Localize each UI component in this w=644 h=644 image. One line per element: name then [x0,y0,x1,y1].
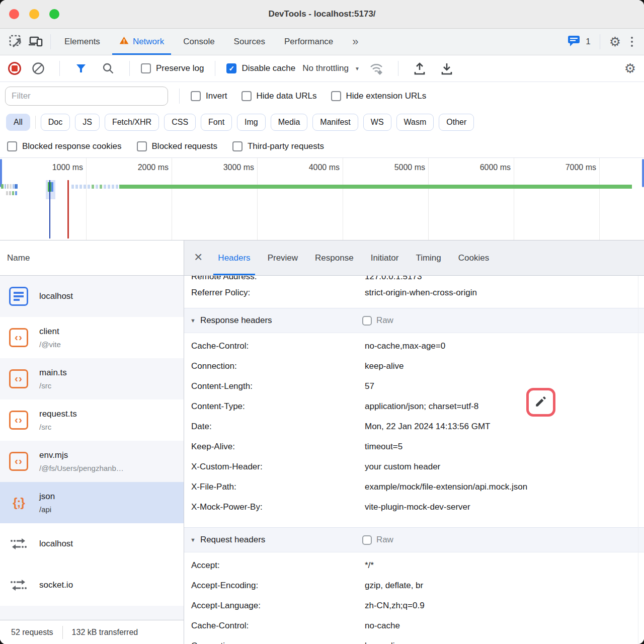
inspect-element-icon[interactable] [6,32,26,52]
dropdown-arrow-icon: ▼ [355,66,360,71]
network-summary-bar: 52 requests 132 kB transferred [0,620,184,644]
overview-bar-segment [100,185,102,189]
request-row-selected[interactable]: {;} json/api [0,482,184,523]
devtools-tab-bar: Elements Network Console Sources Perform… [0,29,644,55]
overflow-menu-icon[interactable] [626,37,638,47]
overview-bar-segment [88,185,90,189]
chip-media[interactable]: Media [271,114,308,131]
tab-timing[interactable]: Timing [407,240,449,275]
network-settings-gear-icon[interactable]: ⚙ [624,62,636,75]
preserve-log-checkbox[interactable]: Preserve log [141,63,204,73]
tab-performance[interactable]: Performance [275,29,343,55]
raw-checkbox[interactable] [362,316,372,326]
checkbox-unchecked[interactable] [141,63,151,73]
tab-elements[interactable]: Elements [55,29,110,55]
header-row: Date:Mon, 22 Jan 2024 14:13:56 GMT [184,417,644,437]
chip-manifest[interactable]: Manifest [312,114,358,131]
overview-left-handle[interactable] [0,159,2,187]
overview-bar-segment [71,185,74,189]
close-panel-icon[interactable]: × [190,249,209,267]
network-conditions-icon[interactable] [367,58,387,78]
checkbox-checked[interactable]: ✓ [226,63,236,73]
request-row[interactable]: socket.io [0,565,184,606]
name-column-header[interactable]: Name [0,240,184,276]
chip-js[interactable]: JS [75,114,100,131]
resource-type-filter-row: All Doc JS Fetch/XHR CSS Font Img Media … [0,110,644,135]
chip-wasm[interactable]: Wasm [396,114,434,131]
tab-network[interactable]: Network [110,29,174,55]
tab-console[interactable]: Console [174,29,224,55]
record-network-log-button[interactable] [8,62,21,75]
transferred-size: 132 kB transferred [72,628,138,637]
request-row[interactable]: localhost [0,276,184,317]
websocket-icon [9,576,28,595]
header-row: X-Mock-Power-By:vite-plugin-mock-dev-ser… [184,497,644,517]
request-row[interactable]: ‹› env.mjs/@fs/Users/pengzhanb… [0,441,184,482]
request-headers-section[interactable]: ▼ Request headers Raw [184,527,644,552]
network-content: Name localhost ‹› client/@vite ‹› main.t… [0,240,644,644]
response-headers-section[interactable]: ▼ Response headers Raw [184,308,644,333]
clear-network-log-icon[interactable] [28,58,48,78]
request-row[interactable]: ‹› main.ts/src [0,358,184,399]
throttling-dropdown[interactable]: No throttling ▼ [302,63,360,73]
issues-icon[interactable] [568,35,581,49]
minimize-window-button[interactable] [29,9,39,19]
filter-input[interactable] [5,87,168,106]
tab-headers[interactable]: Headers [209,240,259,275]
collapse-triangle-icon[interactable]: ▼ [190,317,196,324]
overview-bar-segment [116,185,118,189]
search-icon[interactable] [98,58,118,78]
blocked-requests-checkbox[interactable]: Blocked requests [137,141,217,151]
overview-bar-segment [1,184,4,189]
header-row: Connection:keep-alive [184,636,644,644]
overview-bar-segment [96,185,98,189]
tab-sources[interactable]: Sources [224,29,275,55]
request-row[interactable]: ‹› client/@vite [0,317,184,358]
tab-cookies[interactable]: Cookies [450,240,498,275]
network-toolbar: Preserve log ✓ Disable cache No throttli… [0,55,644,82]
chip-all[interactable]: All [6,114,30,131]
request-row[interactable]: localhost [0,523,184,565]
request-row[interactable]: ‹› request.ts/src [0,399,184,441]
chip-font[interactable]: Font [201,114,232,131]
edit-pencil-icon[interactable] [534,395,547,410]
issues-count[interactable]: 1 [586,37,590,47]
request-count: 52 requests [11,628,53,637]
raw-checkbox[interactable] [362,535,372,545]
tab-preview[interactable]: Preview [259,240,306,275]
overview-bar-segment [51,182,53,192]
import-har-icon[interactable] [410,58,430,78]
tab-response[interactable]: Response [306,240,362,275]
invert-checkbox[interactable]: Invert [191,91,227,101]
chip-fetch-xhr[interactable]: Fetch/XHR [105,114,159,131]
script-icon: ‹› [9,452,28,471]
network-overview[interactable]: 1000 ms 2000 ms 3000 ms 4000 ms 5000 ms … [0,158,644,240]
overview-bar-segment [112,185,114,189]
raw-toggle[interactable]: Raw [362,315,393,326]
zoom-window-button[interactable] [49,9,59,19]
chip-css[interactable]: CSS [164,114,196,131]
disable-cache-checkbox[interactable]: ✓ Disable cache [226,63,295,73]
settings-gear-icon[interactable]: ⚙ [609,35,621,48]
collapse-triangle-icon[interactable]: ▼ [190,537,196,543]
chip-ws[interactable]: WS [363,114,391,131]
chip-doc[interactable]: Doc [41,114,70,131]
raw-toggle[interactable]: Raw [362,535,393,545]
tick-label: 1000 ms [38,163,83,172]
chip-img[interactable]: Img [237,114,266,131]
hide-extension-urls-checkbox[interactable]: Hide extension URLs [331,91,427,101]
tab-initiator[interactable]: Initiator [362,240,408,275]
hide-data-urls-checkbox[interactable]: Hide data URLs [242,91,317,101]
blocked-response-cookies-checkbox[interactable]: Blocked response cookies [7,141,122,151]
export-har-icon[interactable] [437,58,457,78]
filter-funnel-icon[interactable] [71,58,91,78]
overview-bar-segment [7,184,9,189]
device-toolbar-icon[interactable] [26,32,46,52]
close-window-button[interactable] [9,9,19,19]
chip-other[interactable]: Other [439,114,474,131]
gridline [428,158,429,240]
more-tabs-button[interactable]: » [343,29,368,55]
overview-right-handle[interactable] [642,159,644,187]
dom-content-loaded-marker [49,180,50,238]
third-party-requests-checkbox[interactable]: Third-party requests [232,141,324,151]
